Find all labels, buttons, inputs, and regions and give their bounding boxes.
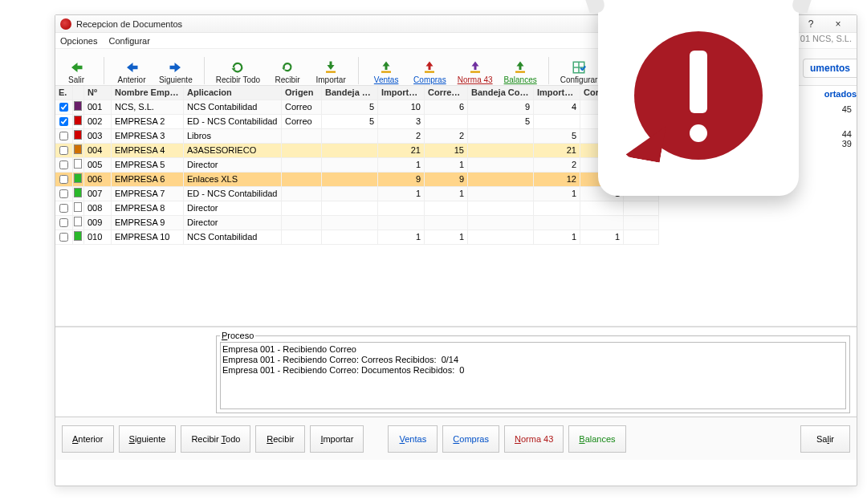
col-header[interactable]: Importados [378, 86, 425, 100]
row-check[interactable] [55, 158, 73, 173]
upload-purple-icon [468, 60, 482, 75]
row-bandeja-ventas [322, 173, 378, 187]
row-bandeja-ventas [322, 216, 378, 230]
side-value-3: 39 [842, 139, 852, 148]
col-header[interactable]: Nombre Empresa [112, 86, 184, 100]
menu-configurar[interactable]: Configurar [108, 36, 149, 46]
col-header[interactable]: Bandeja Compras [468, 86, 534, 100]
btn-balances[interactable]: Balances [568, 425, 625, 453]
row-correctos-v [425, 216, 468, 230]
btn-norma43[interactable]: Norma 43 [504, 425, 564, 453]
tool-configurar[interactable]: Configurar [559, 52, 600, 84]
row-importados-c: 12 [534, 173, 580, 187]
row-num: 003 [84, 129, 112, 144]
btn-importar[interactable]: Importar [310, 425, 364, 453]
col-header[interactable]: Origen [282, 86, 322, 100]
btn-salir[interactable]: Salir [800, 425, 850, 453]
col-header[interactable]: Aplicacion [184, 86, 282, 100]
row-bandeja-compras [468, 173, 534, 187]
row-check[interactable] [55, 100, 73, 115]
col-header[interactable]: Nº [84, 86, 112, 100]
side-value-1: 45 [842, 104, 852, 114]
row-importados-v: 2 [378, 129, 425, 144]
btn-recibir[interactable]: Recibir [255, 425, 305, 453]
row-tail [624, 201, 659, 216]
row-app: ED - NCS Contabilidad [184, 187, 282, 201]
row-origen [282, 216, 322, 230]
btn-siguiente[interactable]: Siguiente [119, 425, 177, 453]
row-checkbox[interactable] [59, 117, 68, 126]
menu-opciones[interactable]: Opciones [60, 36, 97, 46]
proceso-legend: Proceso [220, 331, 255, 340]
row-check[interactable] [55, 173, 73, 187]
row-origen: Correo [282, 100, 322, 115]
alert-icon [634, 31, 763, 160]
tool-recibir[interactable]: Recibir [270, 52, 305, 84]
row-checkbox[interactable] [59, 189, 68, 198]
tool-siguiente[interactable]: Siguiente [157, 52, 194, 84]
row-check[interactable] [55, 187, 73, 201]
row-bandeja-ventas [322, 158, 378, 173]
row-check[interactable] [55, 201, 73, 216]
col-header[interactable]: E. [55, 86, 73, 100]
row-bandeja-ventas [322, 201, 378, 216]
row-num: 009 [84, 216, 112, 230]
btn-compras[interactable]: Compras [442, 425, 499, 453]
proceso-log[interactable]: Empresa 001 - Recibiendo Correo Empresa … [220, 342, 846, 409]
row-check[interactable] [55, 230, 73, 245]
row-num: 010 [84, 230, 112, 245]
row-importados-c [534, 201, 580, 216]
row-check[interactable] [55, 216, 73, 230]
tool-importar[interactable]: Importar [313, 52, 348, 84]
row-app: ED - NCS Contabilidad [184, 115, 282, 129]
alert-overlay [598, 0, 799, 196]
row-num: 006 [84, 173, 112, 187]
tool-recibir-todo[interactable]: Recibir Todo [214, 52, 262, 84]
row-checkbox[interactable] [59, 175, 68, 184]
col-header[interactable]: Bandeja Ventas [322, 86, 378, 100]
tool-ventas[interactable]: Ventas [368, 52, 404, 84]
row-importados-c [534, 216, 580, 230]
row-color [73, 201, 84, 216]
row-checkbox[interactable] [59, 146, 68, 155]
row-checkbox[interactable] [59, 132, 68, 140]
row-checkbox[interactable] [59, 204, 68, 213]
row-color [73, 173, 84, 187]
row-bandeja-ventas [322, 230, 378, 245]
row-check[interactable] [55, 115, 73, 129]
row-check[interactable] [55, 144, 73, 158]
tool-balances[interactable]: Balances [503, 52, 539, 84]
help-button[interactable]: ? [797, 16, 824, 32]
side-header-importados: ortados [824, 89, 857, 99]
row-origen [282, 201, 322, 216]
side-tab-documentos[interactable]: umentos [803, 59, 857, 78]
row-num: 004 [84, 144, 112, 158]
row-checkbox[interactable] [59, 218, 68, 227]
row-checkbox[interactable] [59, 103, 68, 112]
tool-salir[interactable]: Salir [59, 52, 94, 84]
row-importados-c: 5 [534, 129, 580, 144]
app-icon [60, 18, 71, 30]
row-bandeja-compras [468, 144, 534, 158]
col-header[interactable] [73, 86, 84, 100]
btn-ventas[interactable]: Ventas [388, 425, 438, 453]
upload-green-icon [379, 60, 393, 75]
close-button[interactable]: × [824, 16, 852, 32]
tool-anterior[interactable]: Anterior [114, 52, 149, 84]
tool-compras[interactable]: Compras [412, 52, 448, 84]
btn-recibir-todo[interactable]: Recibir Todo [181, 425, 250, 453]
row-check[interactable] [55, 129, 73, 144]
btn-anterior[interactable]: Anterior [62, 425, 114, 453]
row-color [73, 144, 84, 158]
row-num: 001 [84, 100, 112, 115]
row-origen [282, 129, 322, 144]
row-app: A3ASESORIECO [184, 144, 282, 158]
col-header[interactable]: Correctos [425, 86, 468, 100]
row-checkbox[interactable] [59, 161, 68, 169]
row-checkbox[interactable] [59, 233, 68, 242]
row-tail [624, 230, 659, 245]
col-header[interactable]: Importados [534, 86, 580, 100]
row-color [73, 100, 84, 115]
row-importados-v [378, 216, 425, 230]
tool-norma43[interactable]: Norma 43 [456, 52, 495, 84]
